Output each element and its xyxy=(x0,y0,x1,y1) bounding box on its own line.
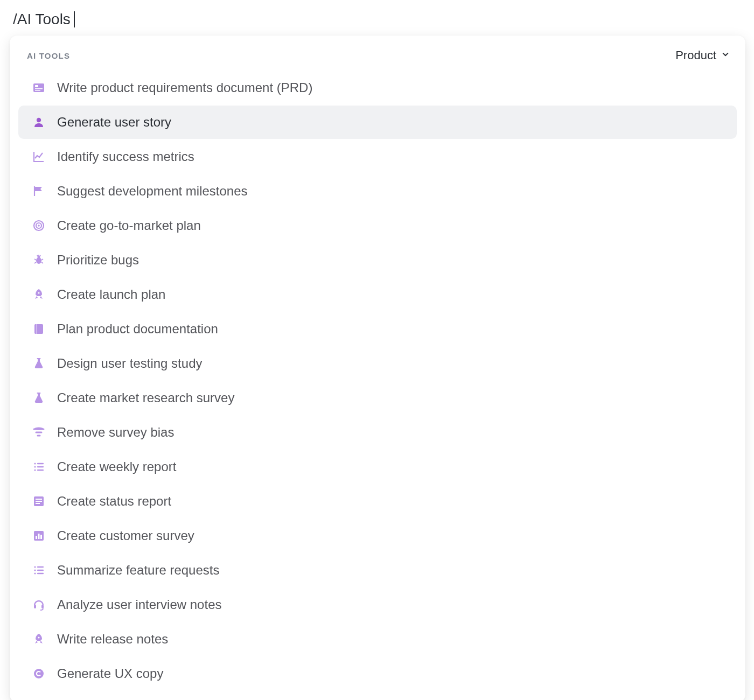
ai-tool-label: Analyze user interview notes xyxy=(57,597,221,612)
flag-icon xyxy=(31,184,46,199)
ai-tool-label: Identify success metrics xyxy=(57,149,194,164)
ai-tool-item[interactable]: Summarize feature requests xyxy=(18,554,737,587)
ai-tool-item[interactable]: Analyze user interview notes xyxy=(18,588,737,621)
ai-tool-item[interactable]: Design user testing study xyxy=(18,347,737,380)
target-icon xyxy=(31,218,46,233)
ai-tool-item[interactable]: Generate user story xyxy=(18,106,737,139)
ai-tool-item[interactable]: Create market research survey xyxy=(18,381,737,415)
ai-tool-item[interactable]: Suggest development milestones xyxy=(18,174,737,208)
category-label: Product xyxy=(675,48,716,62)
ai-tool-item[interactable]: Create weekly report xyxy=(18,450,737,484)
ai-tool-label: Create weekly report xyxy=(57,459,176,474)
ai-tool-item[interactable]: Write release notes xyxy=(18,622,737,656)
ai-tool-label: Create status report xyxy=(57,494,171,509)
ai-tool-item[interactable]: Identify success metrics xyxy=(18,140,737,173)
ai-tool-label: Summarize feature requests xyxy=(57,563,219,578)
ai-tool-item[interactable]: Plan product documentation xyxy=(18,312,737,346)
ai-tool-label: Remove survey bias xyxy=(57,425,174,440)
bar-chart-icon xyxy=(31,528,46,543)
ai-tools-list: Write product requirements document (PRD… xyxy=(14,71,741,690)
ai-tool-item[interactable]: Write product requirements document (PRD… xyxy=(18,71,737,104)
text-cursor xyxy=(74,11,75,27)
chart-line-icon xyxy=(31,149,46,164)
flask-icon xyxy=(31,390,46,405)
id-card-icon xyxy=(31,80,46,95)
ai-tool-label: Suggest development milestones xyxy=(57,184,248,199)
ai-tool-label: Create go-to-market plan xyxy=(57,218,201,233)
bug-icon xyxy=(31,253,46,268)
copyright-icon xyxy=(31,666,46,681)
rocket-icon xyxy=(31,287,46,302)
ai-tool-label: Generate UX copy xyxy=(57,666,163,681)
ai-tool-label: Write release notes xyxy=(57,632,168,647)
list-icon xyxy=(31,563,46,578)
category-selector[interactable]: Product xyxy=(675,48,730,62)
person-icon xyxy=(31,115,46,130)
ai-tool-label: Plan product documentation xyxy=(57,321,218,337)
ai-tool-label: Create launch plan xyxy=(57,287,165,302)
filter-icon xyxy=(31,425,46,440)
ai-tool-label: Create market research survey xyxy=(57,390,234,405)
book-icon xyxy=(31,321,46,337)
command-input-text: /AI Tools xyxy=(13,11,71,28)
panel-header: AI TOOLS Product xyxy=(14,45,741,65)
ai-tool-label: Design user testing study xyxy=(57,356,202,371)
ai-tool-item[interactable]: Prioritize bugs xyxy=(18,243,737,277)
rocket-icon xyxy=(31,632,46,647)
ai-tool-item[interactable]: Create launch plan xyxy=(18,278,737,311)
form-icon xyxy=(31,494,46,509)
ai-tool-item[interactable]: Create go-to-market plan xyxy=(18,209,737,242)
ai-tool-label: Generate user story xyxy=(57,115,171,130)
ai-tool-item[interactable]: Generate UX copy xyxy=(18,657,737,690)
command-input[interactable]: /AI Tools xyxy=(10,10,744,36)
list-icon xyxy=(31,459,46,474)
ai-tool-label: Create customer survey xyxy=(57,528,194,543)
ai-tool-item[interactable]: Create customer survey xyxy=(18,519,737,552)
section-title: AI TOOLS xyxy=(27,51,70,60)
ai-tool-item[interactable]: Remove survey bias xyxy=(18,416,737,449)
ai-tool-item[interactable]: Create status report xyxy=(18,485,737,518)
ai-tool-label: Write product requirements document (PRD… xyxy=(57,80,312,95)
ai-tools-dropdown: AI TOOLS Product Write product requireme… xyxy=(10,36,745,700)
flask-icon xyxy=(31,356,46,371)
headset-icon xyxy=(31,597,46,612)
ai-tool-label: Prioritize bugs xyxy=(57,253,139,268)
chevron-down-icon xyxy=(721,48,730,62)
